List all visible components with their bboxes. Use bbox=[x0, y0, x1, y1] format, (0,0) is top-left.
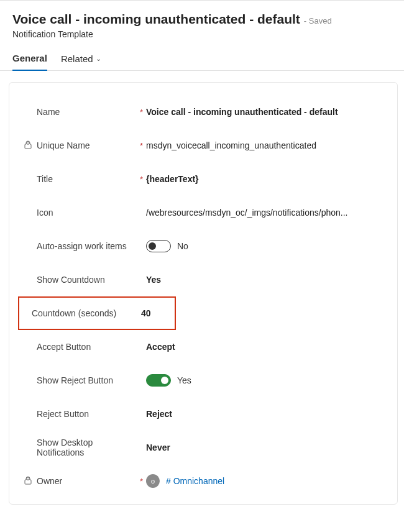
label-countdown: Countdown (seconds) bbox=[32, 308, 116, 318]
avatar: o bbox=[146, 474, 160, 488]
saved-status: - Saved bbox=[304, 16, 332, 25]
field-icon[interactable]: /webresources/msdyn_oc/_imgs/notificatio… bbox=[146, 208, 348, 218]
label-name: Name bbox=[37, 107, 60, 117]
row-reject-button: Reject Button Reject bbox=[24, 397, 382, 431]
toggle-show-reject[interactable] bbox=[146, 374, 171, 387]
row-countdown-highlight: Countdown (seconds) 40 bbox=[18, 296, 176, 330]
required-mark: * bbox=[140, 141, 146, 150]
label-accept-button: Accept Button bbox=[37, 342, 91, 352]
required-mark: * bbox=[140, 477, 146, 486]
field-accept-button[interactable]: Accept bbox=[146, 342, 175, 352]
label-owner: Owner bbox=[37, 476, 62, 486]
toggle-show-reject-value: Yes bbox=[177, 375, 191, 385]
row-unique-name: Unique Name * msdyn_voicecall_incoming_u… bbox=[24, 129, 382, 162]
lock-icon bbox=[24, 140, 33, 151]
label-show-reject: Show Reject Button bbox=[37, 375, 113, 385]
row-show-countdown: Show Countdown Yes bbox=[24, 263, 382, 296]
page-title: Voice call - incoming unauthenticated - … bbox=[12, 12, 300, 27]
row-show-reject: Show Reject Button Yes bbox=[24, 364, 382, 397]
lock-icon bbox=[24, 476, 33, 487]
field-desktop-notif[interactable]: Never bbox=[146, 443, 170, 452]
owner-link[interactable]: # Omnichannel bbox=[166, 476, 224, 486]
row-icon: Icon /webresources/msdyn_oc/_imgs/notifi… bbox=[24, 196, 382, 229]
field-countdown[interactable]: 40 bbox=[141, 308, 151, 318]
row-name: Name * Voice call - incoming unauthentic… bbox=[24, 95, 382, 129]
label-show-countdown: Show Countdown bbox=[37, 275, 105, 285]
entity-type: Notification Template bbox=[12, 29, 392, 39]
required-mark: * bbox=[140, 175, 146, 184]
toggle-auto-assign[interactable] bbox=[146, 240, 171, 252]
row-accept-button: Accept Button Accept bbox=[24, 330, 382, 364]
row-auto-assign: Auto-assign work items No bbox=[24, 229, 382, 263]
required-mark: * bbox=[140, 108, 146, 117]
tab-general[interactable]: General bbox=[12, 53, 47, 71]
row-title: Title * {headerText} bbox=[24, 162, 382, 196]
field-name[interactable]: Voice call - incoming unauthenticated - … bbox=[146, 107, 338, 117]
form-card: Name * Voice call - incoming unauthentic… bbox=[9, 82, 398, 505]
label-icon: Icon bbox=[37, 208, 53, 218]
field-reject-button[interactable]: Reject bbox=[146, 409, 172, 419]
row-desktop-notif: Show Desktop Notifications Never bbox=[24, 431, 382, 464]
tab-related[interactable]: Related ⌄ bbox=[61, 53, 101, 70]
label-title: Title bbox=[37, 174, 53, 184]
field-owner[interactable]: o # Omnichannel bbox=[146, 474, 224, 488]
toggle-auto-assign-value: No bbox=[177, 241, 188, 251]
chevron-down-icon: ⌄ bbox=[96, 55, 101, 63]
tabs: General Related ⌄ bbox=[0, 39, 404, 71]
tab-related-label: Related bbox=[61, 53, 93, 64]
label-unique-name: Unique Name bbox=[37, 140, 90, 150]
field-show-countdown[interactable]: Yes bbox=[146, 275, 161, 285]
label-auto-assign: Auto-assign work items bbox=[37, 241, 127, 251]
field-title[interactable]: {headerText} bbox=[146, 174, 199, 184]
field-unique-name: msdyn_voicecall_incoming_unauthenticated bbox=[146, 140, 316, 150]
page-header: Voice call - incoming unauthenticated - … bbox=[0, 1, 404, 39]
row-owner: Owner * o # Omnichannel bbox=[24, 464, 382, 498]
label-reject-button: Reject Button bbox=[37, 409, 89, 419]
label-desktop-notif: Show Desktop Notifications bbox=[37, 438, 130, 457]
